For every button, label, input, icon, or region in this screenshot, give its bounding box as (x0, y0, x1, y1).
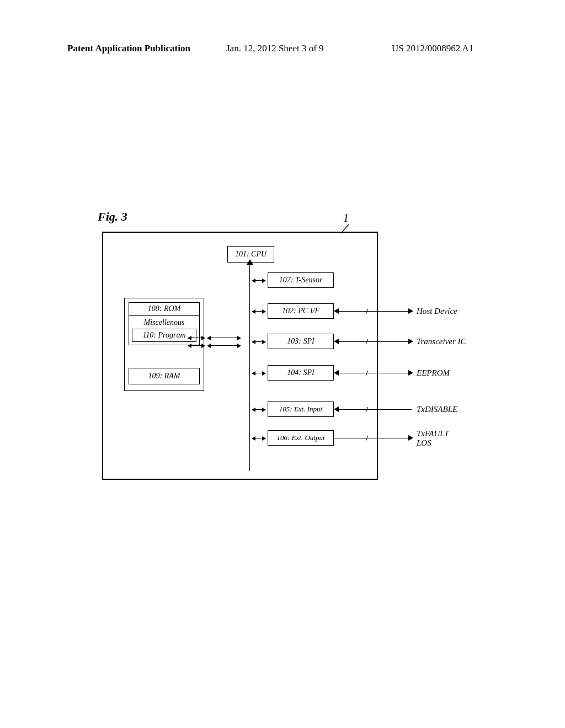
los-text: LOS (417, 438, 431, 447)
ext-input-block: 105: Ext. Input (268, 402, 334, 417)
arrow-right-icon (408, 370, 413, 376)
spi-2-block: 104: SPI (268, 365, 334, 381)
bidir-arrow-icon (252, 338, 265, 345)
txfault-text: TxFAULT (417, 429, 449, 438)
block-diagram: 101: CPU 107: T-Sensor 102: I²C I/F 103:… (102, 232, 378, 480)
reference-numeral-1: 1 (343, 212, 349, 224)
rom-divider (129, 315, 199, 316)
i2c-block: 102: I²C I/F (268, 303, 334, 319)
arrow-right-icon (408, 308, 413, 314)
header-document-number: US 2012/0008962 A1 (392, 43, 473, 54)
eeprom-label: EEPROM (417, 368, 450, 378)
arrow-right-icon (408, 435, 413, 441)
connector-line (334, 438, 409, 438)
t-sensor-block: 107: T-Sensor (268, 272, 334, 288)
bidir-arrow-icon (252, 435, 265, 441)
bidir-arrow-icon (188, 334, 205, 341)
connector-line (338, 311, 410, 312)
figure-label: Fig. 3 (98, 210, 127, 224)
rom-label: 108: ROM (129, 304, 199, 313)
transceiver-label: Transceiver IC (417, 337, 466, 346)
bidir-arrow-icon (252, 370, 265, 376)
header-publication-type: Patent Application Publication (67, 43, 190, 54)
bidir-arrow-icon (252, 406, 265, 413)
bidir-arrow-icon (207, 334, 241, 341)
txdisable-label: TxDISABLE (417, 405, 457, 414)
ram-block: 109: RAM (129, 368, 200, 384)
bidir-arrow-icon (207, 342, 241, 349)
bidir-arrow-icon (252, 308, 265, 314)
ext-output-block: 106: Ext. Output (268, 430, 334, 446)
host-device-label: Host Device (417, 307, 457, 316)
connector-line (338, 373, 410, 373)
internal-bus-line (249, 261, 250, 471)
spi-1-block: 103: SPI (268, 334, 334, 349)
bidir-arrow-icon (188, 342, 205, 349)
bidir-arrow-icon (252, 277, 265, 283)
connector-line (338, 409, 412, 410)
connector-line (338, 341, 410, 342)
txfault-los-label: TxFAULT LOS (417, 429, 449, 448)
rom-miscellaneous-label: Miscellenous (129, 318, 199, 327)
arrow-right-icon (408, 339, 413, 344)
bus-arrow-icon (247, 259, 253, 265)
header-date-sheet: Jan. 12, 2012 Sheet 3 of 9 (226, 43, 324, 54)
program-block: 110: Program (132, 329, 196, 342)
